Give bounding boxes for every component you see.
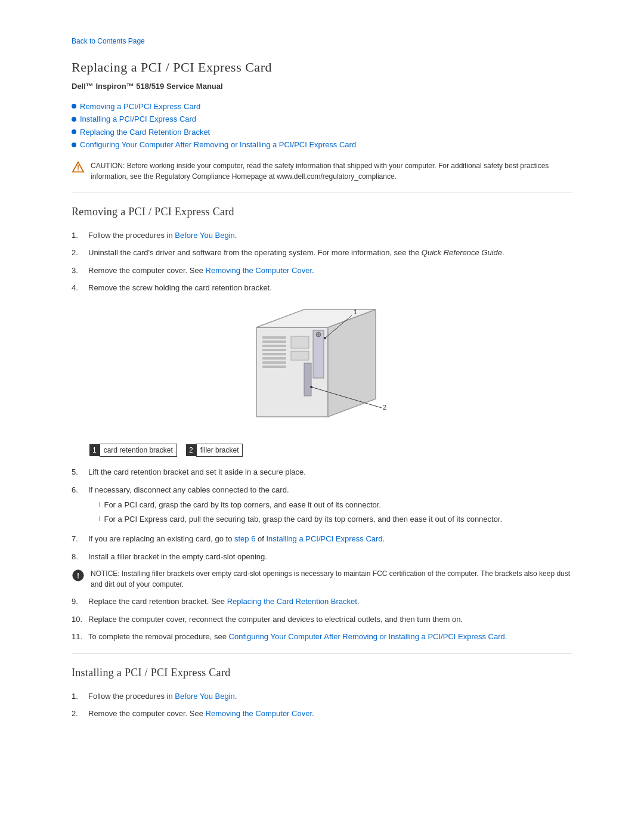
svg-rect-13 — [313, 330, 324, 378]
sub-text-6b: For a PCI Express card, pull the securin… — [104, 513, 502, 525]
back-to-contents-link[interactable]: Back to Contents Page — [72, 36, 572, 47]
svg-rect-20 — [304, 363, 311, 396]
step-6: 6. If necessary, disconnect any cables c… — [72, 484, 572, 528]
label-num-1: 1 — [89, 444, 100, 456]
step-num-4: 4. — [72, 282, 85, 294]
svg-rect-24 — [291, 336, 309, 348]
notice-box: ! NOTICE: Installing filler brackets ove… — [72, 568, 572, 590]
svg-rect-5 — [262, 336, 286, 339]
sub-step-6a: l For a PCI card, grasp the card by its … — [99, 499, 572, 511]
caution-text: CAUTION: Before working inside your comp… — [91, 160, 572, 182]
svg-point-22 — [310, 386, 312, 388]
divider-2 — [72, 654, 572, 654]
toc-link-1[interactable]: Removing a PCI/PCI Express Card — [80, 101, 200, 113]
before-you-begin-link-2[interactable]: Before You Begin — [175, 692, 234, 701]
install-step-1: 1. Follow the procedures in Before You B… — [72, 690, 572, 702]
toc-item-2: Installing a PCI/PCI Express Card — [72, 113, 572, 125]
diagram-container: 1 2 — [72, 304, 572, 438]
step-num-11: 11. — [72, 631, 85, 643]
configuring-link-1[interactable]: Configuring Your Computer After Removing… — [229, 632, 505, 641]
sub-bullet-6a: l — [99, 500, 100, 511]
toc-bullet-2 — [72, 117, 76, 122]
svg-rect-8 — [262, 349, 286, 351]
step6-link[interactable]: step 6 — [234, 534, 255, 543]
step-text-8: Install a filler bracket in the empty ca… — [88, 551, 572, 563]
step-4: 4. Remove the screw holding the card ret… — [72, 282, 572, 294]
step-8: 8. Install a filler bracket in the empty… — [72, 551, 572, 563]
notice-icon: ! — [72, 569, 85, 582]
removing-steps: 1. Follow the procedures in Before You B… — [72, 230, 572, 294]
step-11: 11. To complete the removal procedure, s… — [72, 631, 572, 643]
removing-steps-7: 7. If you are replacing an existing card… — [72, 533, 572, 562]
step-9: 9. Replace the card retention bracket. S… — [72, 596, 572, 608]
notice-text: NOTICE: Installing filler brackets over … — [91, 568, 572, 590]
removing-cover-link-2[interactable]: Removing the Computer Cover — [206, 709, 312, 718]
step-num-5: 5. — [72, 466, 85, 478]
replacing-bracket-link[interactable]: Replacing the Card Retention Bracket — [227, 597, 357, 606]
install-step-num-1: 1. — [72, 690, 85, 702]
step-text-10: Replace the computer cover, reconnect th… — [88, 614, 572, 625]
installing-steps: 1. Follow the procedures in Before You B… — [72, 690, 572, 720]
svg-text:!: ! — [77, 572, 79, 580]
toc-link-3[interactable]: Replacing the Card Retention Bracket — [80, 126, 210, 138]
svg-rect-6 — [262, 340, 286, 343]
svg-rect-11 — [262, 361, 286, 364]
toc-list: Removing a PCI/PCI Express Card Installi… — [72, 101, 572, 151]
removing-cover-link-1[interactable]: Removing the Computer Cover — [206, 266, 312, 275]
svg-point-18 — [324, 337, 326, 339]
step-5: 5. Lift the card retention bracket and s… — [72, 466, 572, 478]
step-1: 1. Follow the procedures in Before You B… — [72, 230, 572, 241]
install-step-num-2: 2. — [72, 708, 85, 720]
step-text-7: If you are replacing an existing card, g… — [88, 533, 572, 545]
step-num-8: 8. — [72, 551, 85, 563]
sub-bullet-6b: l — [99, 514, 100, 525]
step-text-5: Lift the card retention bracket and set … — [88, 466, 572, 478]
step-num-10: 10. — [72, 614, 85, 625]
svg-rect-12 — [262, 366, 286, 368]
step-7: 7. If you are replacing an existing card… — [72, 533, 572, 545]
before-you-begin-link-1[interactable]: Before You Begin — [175, 231, 234, 240]
sub-step-6b: l For a PCI Express card, pull the secur… — [99, 513, 572, 525]
diagram-labels: 1 card retention bracket 2 filler bracke… — [89, 444, 572, 457]
toc-link-4[interactable]: Configuring Your Computer After Removing… — [80, 139, 356, 151]
step-num-2: 2. — [72, 247, 85, 259]
sub-text-6a: For a PCI card, grasp the card by its to… — [104, 499, 381, 511]
toc-link-2[interactable]: Installing a PCI/PCI Express Card — [80, 113, 196, 125]
step-num-7: 7. — [72, 533, 85, 545]
removing-section-title: Removing a PCI / PCI Express Card — [72, 204, 572, 220]
removing-steps-9-11: 9. Replace the card retention bracket. S… — [72, 596, 572, 643]
install-step-2: 2. Remove the computer cover. See Removi… — [72, 708, 572, 720]
svg-marker-3 — [328, 309, 376, 417]
step-text-6: If necessary, disconnect any cables conn… — [88, 484, 572, 528]
step-num-6: 6. — [72, 484, 85, 528]
step-10: 10. Replace the computer cover, reconnec… — [72, 614, 572, 625]
svg-text:2: 2 — [383, 404, 386, 411]
label-sep — [181, 445, 182, 456]
toc-item-1: Removing a PCI/PCI Express Card — [72, 101, 572, 113]
step-2: 2. Uninstall the card's driver and softw… — [72, 247, 572, 259]
step-3: 3. Remove the computer cover. See Removi… — [72, 265, 572, 277]
sub-list-6: l For a PCI card, grasp the card by its … — [99, 499, 572, 525]
toc-bullet-1 — [72, 104, 76, 109]
page-subtitle: Dell™ Inspiron™ 518/519 Service Manual — [72, 80, 572, 92]
step-text-2: Uninstall the card's driver and software… — [88, 247, 572, 259]
label-num-2: 2 — [186, 444, 196, 456]
divider-1 — [72, 193, 572, 193]
toc-item-4: Configuring Your Computer After Removing… — [72, 139, 572, 151]
installing-section-title: Installing a PCI / PCI Express Card — [72, 665, 572, 681]
toc-bullet-3 — [72, 129, 76, 134]
svg-rect-9 — [262, 353, 286, 355]
toc-bullet-4 — [72, 143, 76, 147]
installing-link-1[interactable]: Installing a PCI/PCI Express Card — [266, 534, 382, 543]
step-text-4: Remove the screw holding the card retent… — [88, 282, 572, 294]
label-text-1: card retention bracket — [100, 444, 177, 457]
install-step-text-1: Follow the procedures in Before You Begi… — [88, 690, 572, 702]
step-num-1: 1. — [72, 230, 85, 241]
svg-rect-10 — [262, 357, 286, 360]
label-text-2: filler bracket — [196, 444, 243, 457]
toc-item-3: Replacing the Card Retention Bracket — [72, 126, 572, 138]
pci-diagram: 1 2 — [221, 304, 423, 435]
caution-icon: ! — [72, 161, 85, 174]
removing-steps-5-6: 5. Lift the card retention bracket and s… — [72, 466, 572, 527]
svg-text:!: ! — [77, 163, 79, 172]
